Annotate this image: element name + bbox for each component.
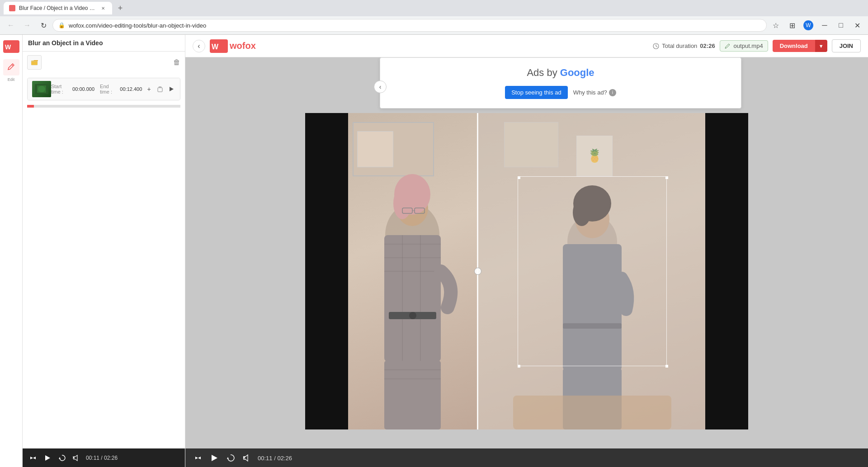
person-left-svg — [348, 145, 477, 429]
total-duration-label: Total duration — [662, 42, 697, 49]
main-volume-button[interactable] — [241, 453, 252, 463]
svg-text:W: W — [5, 43, 11, 51]
wofox-logo-svg: W — [210, 39, 228, 53]
timeline-progress — [27, 105, 34, 108]
folder-icon[interactable] — [27, 55, 42, 70]
video-left — [305, 113, 477, 429]
wofox-logo-icon: W — [2, 39, 20, 54]
left-play-button[interactable] — [42, 453, 52, 463]
forward-button[interactable]: → — [20, 18, 34, 33]
app-container: W Edit Blur an Object in a Video 🗑 — [0, 35, 868, 467]
main-play-button[interactable] — [209, 453, 220, 463]
playback-bar-left: 00:11 / 02:26 — [23, 448, 185, 467]
edit-tool-label: Edit — [8, 77, 15, 82]
thumbnail-row: 🗑 — [23, 52, 185, 73]
ad-close-button[interactable]: ‹ — [374, 80, 387, 93]
main-area: ‹ W wofox Total duration 02:26 — [185, 35, 868, 467]
active-tab[interactable]: Blur Face / Object in a Video | W... ✕ — [4, 2, 112, 14]
current-time-value: 00:11 — [258, 455, 273, 462]
blur-item-top: Start time : 00:00.000 End time : 00:12.… — [28, 78, 180, 100]
start-time-label: Start time : — [51, 84, 70, 94]
blur-selection-box[interactable] — [518, 176, 667, 366]
edit-tool-button[interactable] — [3, 59, 19, 75]
join-button[interactable]: JOIN — [832, 39, 861, 52]
download-dropdown-button[interactable]: ▼ — [815, 40, 827, 52]
header-right: Total duration 02:26 output.mp4 Download… — [653, 39, 861, 52]
tab-bar: Blur Face / Object in a Video | W... ✕ + — [0, 0, 868, 16]
main-replay-button[interactable] — [225, 453, 236, 463]
side-panel: Blur an Object in a Video 🗑 — [23, 35, 185, 467]
profile-button[interactable]: W — [801, 18, 816, 33]
svg-point-30 — [409, 312, 416, 319]
svg-line-2 — [12, 65, 13, 66]
left-rewind-button[interactable] — [28, 453, 38, 463]
filename-text: output.mp4 — [734, 42, 763, 49]
selection-handle-tl[interactable] — [518, 176, 520, 179]
start-time-value: 00:00.000 — [72, 86, 94, 92]
why-this-ad-button[interactable]: Why this ad? i — [573, 89, 616, 96]
svg-marker-13 — [59, 457, 61, 459]
why-this-ad-label: Why this ad? — [573, 89, 607, 96]
minimize-button[interactable]: ─ — [817, 18, 832, 33]
selection-handle-tr[interactable] — [665, 176, 668, 179]
new-tab-button[interactable]: + — [114, 2, 127, 14]
video-split-container: 🍍 — [305, 113, 748, 429]
video-right: 🍍 — [477, 113, 748, 429]
tab-title: Blur Face / Object in a Video | W... — [19, 5, 96, 11]
left-time-display: 00:11 / 02:26 — [86, 455, 118, 461]
tab-favicon — [9, 5, 15, 11]
ad-buttons: Stop seeing this ad Why this ad? i — [505, 86, 616, 99]
download-button[interactable]: Download — [773, 40, 815, 52]
google-label: Google — [560, 67, 594, 78]
total-time-value: 02:26 — [277, 455, 292, 462]
header-back-button[interactable]: ‹ — [193, 40, 205, 52]
back-arrow-icon: ← — [7, 21, 14, 29]
play-control-button[interactable] — [167, 84, 175, 94]
svg-marker-11 — [170, 87, 174, 91]
end-time-label: End time : — [100, 84, 117, 94]
output-filename: output.mp4 — [720, 40, 768, 52]
ads-by-label: Ads by — [527, 67, 557, 78]
ads-by-google-text: Ads by Google — [527, 67, 594, 79]
svg-rect-3 — [31, 61, 38, 65]
main-rewind-button[interactable] — [193, 453, 203, 463]
back-button[interactable]: ← — [4, 18, 18, 33]
svg-rect-23 — [384, 235, 441, 362]
svg-rect-7 — [158, 88, 162, 92]
video-divider[interactable] — [477, 113, 478, 429]
forward-arrow-icon: → — [24, 21, 31, 29]
blur-item-controls: Start time : 00:00.000 End time : 00:12.… — [51, 84, 175, 94]
divider-handle-dot — [474, 268, 481, 275]
selection-handle-br[interactable] — [665, 365, 668, 368]
left-replay-button[interactable] — [57, 453, 67, 463]
star-button[interactable]: ☆ — [769, 18, 783, 33]
blur-item-thumbnail — [32, 81, 51, 97]
total-duration: Total duration 02:26 — [653, 42, 715, 49]
total-duration-value: 02:26 — [700, 42, 715, 49]
side-panel-empty — [23, 112, 185, 448]
maximize-button[interactable]: □ — [834, 18, 848, 33]
tab-close-btn[interactable]: ✕ — [99, 5, 107, 12]
ad-overlay: ‹ Ads by Google Stop seeing this ad Why … — [380, 57, 741, 108]
video-area: ‹ Ads by Google Stop seeing this ad Why … — [185, 57, 868, 448]
download-button-group: Download ▼ — [773, 40, 827, 52]
side-panel-header: Blur an Object in a Video — [23, 35, 185, 52]
close-button[interactable]: ✕ — [850, 18, 864, 33]
refresh-button[interactable]: ↻ — [36, 18, 51, 33]
blur-item: Start time : 00:00.000 End time : 00:12.… — [27, 78, 180, 100]
url-text: wofox.com/video-editing-tools/blur-an-ob… — [69, 22, 206, 29]
add-control-button[interactable]: + — [145, 84, 153, 94]
extensions-button[interactable]: ⊞ — [785, 18, 799, 33]
info-icon: i — [609, 89, 616, 96]
left-volume-button[interactable] — [71, 453, 81, 463]
svg-rect-37 — [384, 361, 441, 429]
delete-control-button[interactable] — [156, 84, 165, 94]
delete-panel-button[interactable]: 🗑 — [173, 58, 180, 66]
stop-seeing-ad-button[interactable]: Stop seeing this ad — [505, 86, 568, 99]
address-bar[interactable]: 🔒 wofox.com/video-editing-tools/blur-an-… — [52, 19, 767, 32]
selection-handle-bl[interactable] — [518, 365, 520, 368]
lock-icon: 🔒 — [58, 22, 65, 28]
playback-bar-main: 00:11 / 02:26 — [185, 448, 868, 467]
edit-filename-icon — [725, 43, 731, 49]
logo-area: ‹ W wofox — [193, 39, 256, 53]
